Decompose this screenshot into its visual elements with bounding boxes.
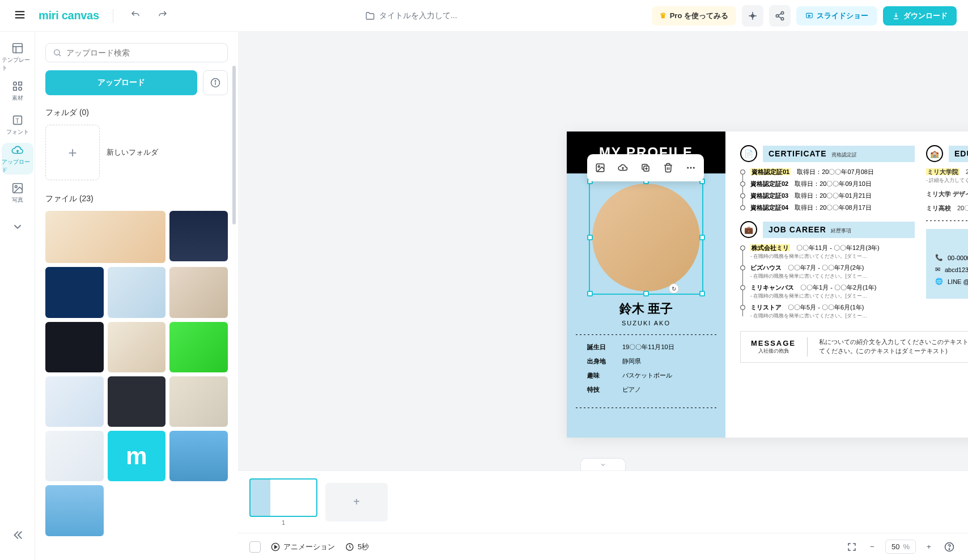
left-rail: テンプレート 素材 T フォント アップロード 写真 [0,32,35,560]
section-title[interactable]: EDUCATION [954,149,968,158]
file-thumb[interactable] [169,267,228,317]
file-thumb[interactable] [169,431,228,481]
edu-list[interactable]: ミリ大学院 20〇〇年度博士号取得- 詳細を入力してください。(ダミーテキスト)… [926,168,968,213]
info-icon [210,78,220,88]
rail-elements[interactable]: 素材 [2,75,33,107]
info-label[interactable]: 出身地 [587,357,613,366]
resize-handle[interactable] [587,235,593,240]
rail-template[interactable]: テンプレート [2,41,33,73]
file-thumb[interactable] [108,376,166,427]
duplicate-button[interactable] [635,158,656,178]
cert-timeline[interactable]: 資格認定証01 取得日：20〇〇年07月08日資格認定証02 取得日：20〇〇年… [740,168,915,212]
add-page-button[interactable]: + [325,483,388,521]
profile-name-en[interactable]: SUZUKI AKO [622,320,670,326]
folder-icon [366,11,375,20]
pro-button[interactable]: ♛ Pro を使ってみる [652,6,736,26]
file-thumb[interactable] [169,211,228,261]
info-value[interactable]: 静岡県 [622,357,641,366]
svg-point-17 [18,87,22,90]
zoom-display[interactable]: 50 % [885,540,916,554]
undo-button[interactable] [127,6,144,25]
contact-box[interactable]: CONTACT ME 📞00-0000-0000 ✉abcd1234@mirid… [926,229,968,299]
file-thumb[interactable] [169,376,228,427]
file-thumb[interactable] [108,267,166,317]
zoom-out-button[interactable]: − [865,540,880,554]
section-subtitle[interactable]: 資格認定証 [831,151,857,159]
new-folder-button[interactable]: + [45,125,100,180]
info-label[interactable]: 特技 [587,385,613,394]
svg-point-39 [949,549,950,550]
svg-line-8 [778,16,781,18]
file-thumb[interactable] [45,267,104,317]
resize-handle[interactable] [699,291,705,296]
resize-handle[interactable] [643,291,649,296]
select-checkbox[interactable] [249,541,261,553]
page-thumbnail-1[interactable] [249,478,317,517]
file-thumb[interactable] [45,376,104,427]
play-icon [805,12,813,20]
animation-button[interactable]: アニメーション [271,542,335,552]
rail-fonts[interactable]: T フォント [2,109,33,141]
section-title[interactable]: CERTIFICATE [769,149,827,158]
canvas-viewport[interactable]: MY PROFILE [238,32,968,470]
dots-icon [686,163,696,173]
info-label[interactable]: 趣味 [587,371,613,380]
message-subtitle: 入社後の抱負 [751,347,796,355]
rotate-handle[interactable]: ↻ [669,283,679,294]
info-label[interactable]: 誕生日 [587,343,613,351]
rail-expand[interactable] [2,211,33,243]
replace-button[interactable] [612,158,634,178]
message-box[interactable]: MESSAGE 入社後の抱負 私についての紹介文を入力してくださいこのテキストは… [740,331,968,363]
upload-button[interactable]: アップロード [45,70,197,95]
info-value[interactable]: ピアノ [622,385,641,394]
more-button[interactable] [680,158,702,178]
svg-point-4 [781,11,784,14]
file-section-title: ファイル (23) [45,194,228,204]
delete-button[interactable] [657,158,679,178]
sparkle-button[interactable] [742,5,763,27]
selection-box[interactable] [589,180,703,295]
search-input[interactable] [66,48,220,57]
redo-button[interactable] [154,6,171,25]
svg-rect-15 [18,82,22,85]
share-button[interactable] [769,5,791,27]
job-timeline[interactable]: 株式会社ミリ 〇〇年11月 - 〇〇年12月(3年)- 在職時の職務を簡単に書い… [740,244,915,320]
svg-point-32 [687,167,689,169]
download-button[interactable]: ダウンロード [883,6,957,26]
resize-handle[interactable] [699,235,705,240]
file-thumb[interactable] [108,322,166,372]
image-icon [595,163,605,173]
collapse-thumbstrip[interactable] [580,458,626,470]
resize-handle[interactable] [587,291,593,296]
app-header: miri canvas タイトルを入力して... ♛ Pro を使ってみる [0,0,968,32]
edit-image-button[interactable] [589,158,611,178]
rail-photos[interactable]: 写真 [2,177,33,209]
duration-button[interactable]: 5秒 [345,542,369,552]
app-logo[interactable]: miri canvas [39,9,99,22]
hamburger-menu-button[interactable] [11,6,28,25]
info-button[interactable] [203,70,228,95]
file-thumb[interactable] [45,431,104,481]
page-number: 1 [282,519,285,526]
file-thumb[interactable] [45,485,104,536]
svg-point-33 [690,167,692,169]
file-thumb[interactable] [45,322,104,372]
help-button[interactable] [942,540,957,554]
title-input[interactable]: タイトルを入力して... [366,11,457,21]
info-value[interactable]: 19〇〇年11月10日 [622,343,674,351]
rail-collapse[interactable] [2,519,33,551]
search-box[interactable] [45,43,228,62]
profile-name-jp[interactable]: 鈴木 亜子 [619,300,673,317]
fit-screen-button[interactable] [844,540,859,554]
info-value[interactable]: バスケットボール [622,371,672,380]
file-thumb[interactable] [45,211,165,263]
file-thumb[interactable] [108,431,166,481]
avatar-image[interactable]: ↻ [592,184,700,291]
slideshow-button[interactable]: スライドショー [796,6,877,26]
panel-scrollbar[interactable] [232,66,236,224]
section-title[interactable]: JOB CAREER [769,225,826,234]
zoom-in-button[interactable]: + [922,540,936,554]
rail-upload[interactable]: アップロード [2,143,33,175]
section-subtitle[interactable]: 経歴事項 [831,227,851,235]
file-thumb[interactable] [169,322,228,372]
